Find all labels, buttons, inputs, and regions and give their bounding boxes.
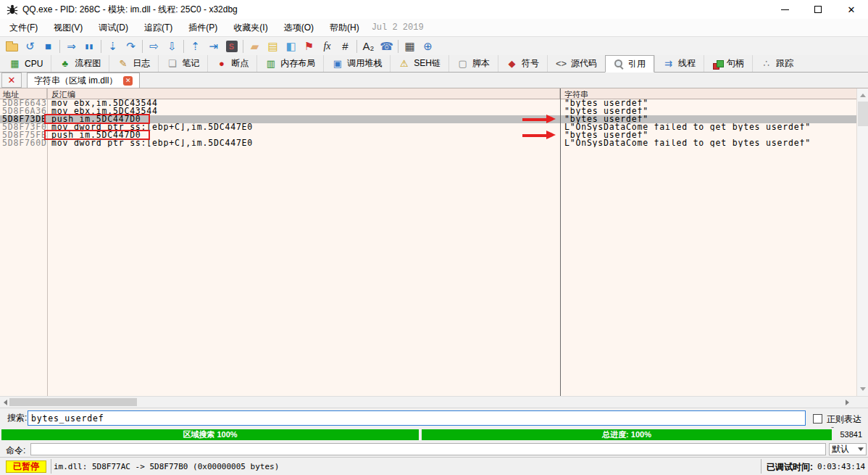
doc-tab-bar: ✕ 字符串（区域 im.dll） ✕ xyxy=(0,73,868,88)
menu-options[interactable]: 选项(O) xyxy=(277,20,320,36)
tab-log[interactable]: ✎日志 xyxy=(109,55,158,72)
strings-button[interactable]: A₂ xyxy=(359,38,377,55)
run-to-user-code-icon: ⇥ xyxy=(209,41,218,52)
doc-tab-strings[interactable]: 字符串（区域 im.dll） ✕ xyxy=(27,73,140,88)
table-row[interactable]: 5D8F760Dmov dword ptr ss:[ebp+C],im.5DC4… xyxy=(0,139,856,147)
table-row[interactable]: 5D8F6643mov ebx,im.5DC43544"bytes_userde… xyxy=(0,99,856,107)
command-input[interactable] xyxy=(30,443,826,455)
call-stack-icon: ▣ xyxy=(332,59,343,69)
column-header-address[interactable]: 地址 xyxy=(0,88,47,99)
cell-address: 5D8F760D xyxy=(0,139,47,147)
label-button[interactable]: ◧ xyxy=(282,38,300,55)
attach-button[interactable]: ☎ xyxy=(377,38,396,55)
calculator-button[interactable]: ▦ xyxy=(401,38,419,55)
menu-debug[interactable]: 调试(D) xyxy=(92,20,135,36)
maximize-button[interactable] xyxy=(801,0,835,19)
cell-string: L"OnSysDataCome failed to get bytes_user… xyxy=(560,139,856,147)
run-button[interactable]: ⇒ xyxy=(62,38,80,55)
table-row[interactable]: 5D8F73DEpush im.5DC447D0"bytes_userdef" xyxy=(0,115,856,123)
notes-icon: ❏ xyxy=(167,59,178,69)
progress-row: 区域搜索 100% 总进度: 100% 53841 xyxy=(0,428,868,442)
tab-handles[interactable]: 句柄 xyxy=(704,55,752,72)
stop-button[interactable]: ■ xyxy=(39,38,57,55)
tab-references[interactable]: 引用 xyxy=(605,55,654,73)
memory-map-icon: ▥ xyxy=(265,59,276,69)
cell-string: "bytes_userdef" xyxy=(560,131,856,139)
execute-till-return-button[interactable]: ⇡ xyxy=(186,38,204,55)
close-reference-view-button[interactable]: ✕ xyxy=(1,73,22,88)
tab-source[interactable]: <>源代码 xyxy=(547,55,605,72)
tab-breakpoints[interactable]: ●断点 xyxy=(207,55,256,72)
tab-symbols[interactable]: ◆符号 xyxy=(498,55,547,72)
close-button[interactable]: ✕ xyxy=(835,0,868,19)
command-profile-value: 默认 xyxy=(832,443,849,455)
step-into-icon: ⇣ xyxy=(108,41,117,52)
function-button[interactable]: fx xyxy=(318,38,336,55)
step-into-button[interactable]: ⇣ xyxy=(104,38,122,55)
menu-trace[interactable]: 追踪(T) xyxy=(138,20,179,36)
trace-into-icon: ⇨ xyxy=(149,41,159,52)
tab-label: 流程图 xyxy=(75,57,101,70)
run-to-user-code-button[interactable]: ⇥ xyxy=(204,38,222,55)
menu-plugins[interactable]: 插件(P) xyxy=(182,20,224,36)
scroll-left-arrow-icon[interactable] xyxy=(4,400,7,405)
trace-into-button[interactable]: ⇨ xyxy=(145,38,163,55)
menu-view[interactable]: 视图(V) xyxy=(47,20,89,36)
tab-graph[interactable]: ♣流程图 xyxy=(51,55,109,72)
pause-button[interactable]: ▮▮ xyxy=(80,38,99,55)
hash-button[interactable]: # xyxy=(336,38,354,55)
menu-favourites[interactable]: 收藏夹(I) xyxy=(227,20,274,36)
label-icon: ◧ xyxy=(285,41,296,52)
source-icon: <> xyxy=(556,59,567,69)
bookmark-button[interactable]: ⚑ xyxy=(300,38,318,55)
search-match-highlight: bytes_userdef xyxy=(733,123,805,131)
open-file-button[interactable] xyxy=(3,38,21,55)
restart-button[interactable]: ↺ xyxy=(21,38,39,55)
comment-button[interactable]: ▤ xyxy=(264,38,282,55)
tab-seh-chain[interactable]: ⚠SEH链 xyxy=(390,55,448,72)
vertical-scroll-thumb[interactable] xyxy=(858,102,868,126)
vertical-scrollbar[interactable] xyxy=(856,88,868,396)
tab-label: 笔记 xyxy=(182,57,199,70)
scroll-right-arrow-icon[interactable] xyxy=(846,400,849,405)
step-over-button[interactable]: ↷ xyxy=(122,38,140,55)
tab-threads[interactable]: ⇉线程 xyxy=(654,55,704,72)
strings-icon: A₂ xyxy=(363,41,375,52)
menu-help[interactable]: 帮助(H) xyxy=(323,20,366,36)
toolbar-separator xyxy=(183,40,184,53)
tab-script[interactable]: ▢脚本 xyxy=(448,55,498,72)
regex-checkbox[interactable] xyxy=(813,414,822,424)
tab-cpu[interactable]: ▦CPU xyxy=(1,55,51,72)
cell-string: "bytes_userdef" xyxy=(560,115,856,123)
patch-button[interactable]: ▰ xyxy=(246,38,264,55)
toolbar: ↺■⇒▮▮⇣↷⇨⇩⇡⇥S▰▤◧⚑fx#A₂☎▦⊕ xyxy=(0,36,868,55)
scroll-down-arrow-icon[interactable] xyxy=(860,387,866,391)
tab-label: 脚本 xyxy=(472,57,490,70)
trace-over-button[interactable]: ⇩ xyxy=(163,38,181,55)
cell-disassembly: mov ebx,im.5DC43544 xyxy=(47,99,560,107)
search-input[interactable] xyxy=(28,410,806,426)
minimize-button[interactable] xyxy=(768,0,801,19)
skip-system-breakpoint-button[interactable]: S xyxy=(222,38,241,55)
horizontal-scrollbar[interactable] xyxy=(0,396,868,408)
close-icon: ✕ xyxy=(848,5,856,15)
tab-trace-view[interactable]: ∴跟踪 xyxy=(752,55,801,72)
doc-tab-close-icon[interactable]: ✕ xyxy=(123,76,133,86)
tab-call-stack[interactable]: ▣调用堆栈 xyxy=(323,55,390,72)
column-header-disassembly[interactable]: 反汇编 xyxy=(47,88,560,99)
column-header-string[interactable]: 字符串 xyxy=(560,88,856,99)
tab-memory-map[interactable]: ▥内存布局 xyxy=(256,55,323,72)
search-match-highlight: bytes_userdef xyxy=(570,107,643,115)
tab-label: 跟踪 xyxy=(776,57,793,70)
cpu-icon: ▦ xyxy=(9,59,20,69)
scroll-up-arrow-icon[interactable] xyxy=(860,94,866,97)
cell-string: L"OnSysDataCome failed to get bytes_user… xyxy=(560,123,856,131)
horizontal-scroll-thumb[interactable] xyxy=(9,398,137,406)
table-row[interactable]: 5D8F75FBpush im.5DC447D0"bytes_userdef" xyxy=(0,131,856,139)
column-separator[interactable] xyxy=(560,88,561,396)
globe-button[interactable]: ⊕ xyxy=(419,38,437,55)
tab-notes[interactable]: ❏笔记 xyxy=(158,55,207,72)
command-profile-combo[interactable]: 默认 xyxy=(829,443,867,455)
log-icon: ✎ xyxy=(117,59,128,69)
menu-file[interactable]: 文件(F) xyxy=(3,20,44,36)
